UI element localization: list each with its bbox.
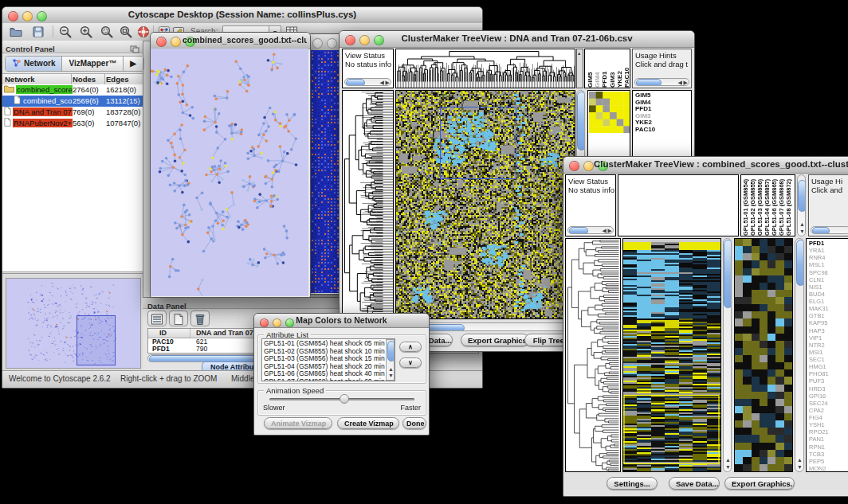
tv2-gene-label[interactable]: HAP3 (809, 327, 848, 334)
attribute-list-item[interactable]: GPL51-07 (GSM868) heat shock 60 min (264, 378, 395, 382)
tv2-gene-label[interactable]: SEC24 (809, 400, 848, 407)
save-icon[interactable] (31, 25, 45, 42)
move-down-button[interactable]: ∨ (399, 357, 422, 368)
tv2-gene-label[interactable]: GTB1 (809, 312, 848, 319)
attribute-list-vscrollbar[interactable]: ▲▼ (386, 339, 395, 381)
treeview1-title-bar[interactable]: ClusterMaker TreeView : DNA and Tran 07-… (340, 31, 694, 48)
tv2-row-dendrogram-panel[interactable] (565, 238, 621, 472)
tv2-gene-label[interactable]: CLN1 (809, 276, 848, 283)
settings-button[interactable]: Settings... (607, 477, 658, 490)
tv2-column-label[interactable]: GPL51-04 (GSM857) (764, 175, 771, 236)
tv2-gene-label[interactable]: HMG1 (809, 363, 848, 370)
move-up-button[interactable]: ∧ (399, 342, 422, 352)
minimize-icon[interactable] (327, 38, 337, 49)
dialog-title-bar[interactable]: Map Colors to Network (254, 314, 429, 328)
tv2-column-label[interactable]: GPL51-06 (GSM865) (771, 175, 778, 236)
tv2-collabel-vscrollbar[interactable]: ▲▼ (797, 174, 806, 236)
tv2-gene-label[interactable]: RPN1 (809, 443, 848, 451)
tv2-column-label[interactable]: GPL51-08 (GSM872) (785, 175, 792, 236)
export-graphics-button[interactable]: Export Graphics... (461, 334, 529, 346)
tv2-gene-label[interactable]: PAN1 (809, 436, 848, 443)
tv2-gene-label[interactable]: GPI16 (809, 393, 848, 400)
tv1-column-label[interactable]: GIM4 (594, 51, 600, 88)
tv1-heatmap-panel[interactable] (395, 90, 575, 319)
tv1-column-dendrogram-panel[interactable] (395, 49, 575, 88)
tv2-column-label[interactable]: GPL51-01 (GSM854) (742, 175, 749, 236)
column-header-edges[interactable]: Edges (106, 74, 129, 84)
tv2-gene-label[interactable]: PUF3 (809, 377, 848, 385)
tv1-row-dendrogram-panel[interactable] (342, 90, 394, 319)
delete-attribute-button[interactable] (190, 311, 210, 326)
tv2-gene-label[interactable]: HRD3 (809, 385, 848, 393)
tv2-gene-label[interactable]: PEP5 (809, 458, 848, 465)
tv1-status-scrollbar[interactable]: ◀▶ (344, 78, 391, 86)
tv2-gene-label[interactable]: NIS1 (809, 283, 848, 291)
tv1-column-label[interactable]: GIM5 (587, 51, 593, 88)
tv1-column-label[interactable]: PAC10 (623, 51, 630, 88)
tv2-gene-label[interactable]: MSL1 (809, 261, 848, 268)
network-table-row[interactable]: combined_sco2569(6)13112(15) (2, 96, 143, 107)
network-canvas[interactable] (151, 49, 308, 296)
tv2-usage-scrollbar[interactable] (811, 226, 848, 234)
save-data-button[interactable]: Save Data... (669, 477, 720, 490)
slider-thumb[interactable] (340, 394, 349, 404)
tv2-gene-label[interactable]: PHO81 (809, 370, 848, 377)
data-column-id[interactable]: ID (159, 329, 167, 338)
tv2-gene-label[interactable]: FIG4 (809, 414, 848, 421)
tv2-gene-label[interactable]: SEC1 (809, 356, 848, 363)
float-panel-icon[interactable] (130, 42, 139, 57)
animation-speed-slider[interactable] (269, 398, 414, 400)
tv2-global-heatmap-panel[interactable] (622, 238, 721, 472)
zoom-fit-icon[interactable] (119, 25, 133, 42)
tv2-gene-label[interactable]: NTR2 (809, 342, 848, 349)
tv2-gene-label[interactable]: ELG1 (809, 298, 848, 305)
network-table-row[interactable]: RNAPuberNov2+563(0)107847(0) (2, 118, 143, 129)
tv2-gene-label[interactable]: VIP1 (809, 334, 848, 342)
tv2-column-label[interactable]: GPL51-03 (GSM856) (756, 175, 764, 236)
close-icon[interactable] (312, 38, 323, 49)
column-header-nodes[interactable]: Nodes (73, 74, 96, 84)
tv2-gene-label[interactable]: MAK31 (809, 305, 848, 312)
tv2-gene-label[interactable]: MSI1 (809, 349, 848, 356)
create-attribute-button[interactable] (169, 311, 188, 326)
tv2-global-vscrollbar[interactable]: ▲▼ (723, 238, 732, 472)
tab-network[interactable]: Network (6, 57, 62, 71)
network-table-row[interactable]: combined_scores2764(0)16218(0) (2, 84, 143, 96)
network-overview-canvas[interactable] (6, 278, 141, 369)
treeview2-title-bar[interactable]: ClusterMaker TreeView : combined_scores_… (563, 157, 848, 174)
close-icon[interactable] (156, 37, 167, 47)
tv2-zoom-heatmap-panel[interactable] (734, 238, 793, 472)
select-attributes-button[interactable] (147, 311, 167, 326)
network-table-row[interactable]: DNA and Tran 07769(0)183728(0) (2, 107, 143, 118)
minimize-icon[interactable] (583, 161, 594, 171)
tv1-column-label[interactable]: YKE2 (616, 51, 622, 88)
open-file-icon[interactable] (9, 25, 23, 42)
tv2-column-dendrogram-panel[interactable] (618, 174, 739, 236)
tab-more[interactable]: ▶ (124, 57, 143, 71)
zoom-in-icon[interactable] (79, 25, 93, 42)
tv2-gene-label[interactable]: YSH1 (809, 421, 848, 428)
tv2-gene-label[interactable]: RPO21 (809, 428, 848, 436)
attribute-list[interactable]: GPL51-01 (GSM854) heat shock 05 minGPL51… (261, 338, 395, 381)
tv2-gene-label[interactable]: SPC98 (809, 269, 848, 276)
column-header-network[interactable]: Network (5, 74, 34, 84)
tv2-gene-label[interactable]: BUD4 (809, 291, 848, 298)
help-icon[interactable] (136, 25, 151, 42)
tv2-zoom-vscrollbar[interactable]: ▲▼ (795, 238, 804, 472)
network-window-title-bar[interactable]: combined_scores_good.txt--cluste... (151, 33, 310, 49)
tv2-gene-label[interactable]: MON2 (809, 465, 848, 472)
tv2-gene-label[interactable]: KAP95 (809, 319, 848, 326)
tv2-status-scrollbar[interactable]: ◀▶ (567, 226, 614, 234)
tv2-gene-label[interactable]: TCB3 (809, 451, 848, 458)
zoom-out-icon[interactable] (58, 25, 73, 42)
main-title-bar[interactable]: Cytoscape Desktop (Session Name: collins… (2, 7, 482, 24)
close-icon[interactable] (569, 161, 579, 171)
tv1-usage-scrollbar[interactable]: ◀▶ (634, 78, 689, 86)
animate-vizmap-button[interactable]: Animate Vizmap (264, 417, 332, 429)
tv2-gene-label[interactable]: PFD1 (809, 240, 848, 247)
tv2-column-label[interactable]: GPL51-02 (GSM855) (749, 175, 756, 236)
tv1-mini-scroll-strip[interactable]: ▴ (576, 49, 583, 88)
minimize-icon[interactable] (171, 37, 181, 47)
tab-vizmapper[interactable]: VizMapper™ (62, 57, 124, 71)
tv1-row-label[interactable]: PAC10 (635, 127, 691, 134)
